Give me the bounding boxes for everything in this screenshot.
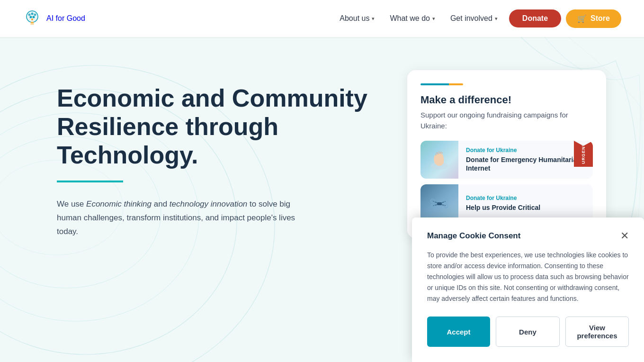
donate-button[interactable]: Donate: [509, 9, 561, 27]
card-accent-bar: [420, 83, 593, 85]
nav-link-what[interactable]: What we do ▾: [390, 14, 435, 23]
campaign-item[interactable]: Donate for Ukraine Donate for Emergency …: [420, 141, 593, 179]
svg-point-8: [34, 14, 36, 16]
accent-blue: [420, 83, 449, 85]
svg-point-7: [31, 13, 34, 15]
cookie-buttons: Accept Deny View preferences: [427, 317, 629, 347]
hero-description: We use Economic thinking and technology …: [57, 198, 303, 239]
make-difference-card: Make a difference! Support our ongoing f…: [407, 70, 606, 238]
store-cart-icon: 🛒: [577, 14, 587, 23]
nav-item-what[interactable]: What we do ▾: [390, 14, 435, 23]
campaign-content-2: Donate for Ukraine Help us Provide Criti…: [458, 189, 593, 217]
cookie-view-preferences-button[interactable]: View preferences: [565, 317, 629, 347]
nav-link-get-involved[interactable]: Get involved ▾: [450, 14, 498, 23]
svg-rect-13: [30, 24, 34, 25]
cookie-header: Manage Cookie Consent ✕: [427, 231, 629, 241]
nav-item-about[interactable]: About us ▾: [340, 14, 375, 23]
svg-point-6: [28, 14, 31, 16]
svg-point-11: [31, 18, 33, 20]
svg-rect-12: [31, 22, 34, 23]
cookie-body: To provide the best experiences, we use …: [427, 250, 629, 304]
campaign-name-2: Help us Provide Critical: [466, 203, 585, 212]
navbar: AI for Good About us ▾ What we do ▾ Get …: [0, 0, 644, 37]
cookie-title: Manage Cookie Consent: [427, 231, 520, 241]
hero-divider: [57, 181, 123, 182]
store-button[interactable]: 🛒 Store: [566, 9, 621, 28]
card-title: Make a difference!: [420, 94, 593, 106]
svg-point-22: [431, 204, 435, 208]
cookie-accept-button[interactable]: Accept: [427, 317, 490, 347]
campaign-tag-2: Donate for Ukraine: [466, 195, 585, 201]
svg-rect-15: [437, 202, 442, 205]
nav-link-about[interactable]: About us ▾: [340, 14, 375, 23]
svg-point-20: [431, 199, 435, 203]
accent-yellow: [449, 83, 463, 85]
campaign-tag-1: Donate for Ukraine: [466, 147, 585, 154]
svg-point-10: [33, 16, 35, 18]
logo-icon: [23, 9, 42, 28]
chevron-down-icon: ▾: [495, 16, 498, 22]
nav-links: About us ▾ What we do ▾ Get involved ▾: [340, 14, 498, 23]
campaign-thumb-2: [420, 184, 458, 222]
campaign-thumb-1: [420, 141, 458, 179]
hero-content: Economic and Community Resilience throug…: [57, 65, 388, 239]
hero-title: Economic and Community Resilience throug…: [57, 84, 388, 169]
chevron-down-icon: ▾: [432, 16, 435, 22]
logo-text: AI for Good: [46, 14, 85, 23]
hero-right-panel: Make a difference! Support our ongoing f…: [407, 65, 606, 238]
svg-point-23: [444, 204, 448, 208]
campaign-content-1: Donate for Ukraine Donate for Emergency …: [458, 141, 593, 178]
campaign-item-2[interactable]: Donate for Ukraine Help us Provide Criti…: [420, 184, 593, 222]
svg-point-21: [444, 199, 448, 203]
logo-link[interactable]: AI for Good: [23, 9, 85, 28]
cookie-deny-button[interactable]: Deny: [496, 317, 560, 347]
chevron-down-icon: ▾: [372, 16, 375, 22]
card-subtitle: Support our ongoing fundraising campaign…: [420, 110, 593, 131]
cookie-modal: Manage Cookie Consent ✕ To provide the b…: [412, 217, 644, 362]
svg-point-9: [30, 16, 32, 18]
campaign-name-1: Donate for Emergency Humanitarian Intern…: [466, 155, 585, 172]
cookie-close-button[interactable]: ✕: [620, 231, 629, 241]
nav-item-get-involved[interactable]: Get involved ▾: [450, 14, 498, 23]
